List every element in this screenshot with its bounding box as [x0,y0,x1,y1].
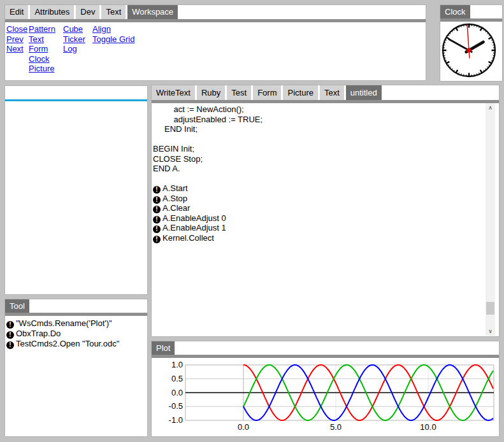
doc-tab-untitled[interactable]: untitled [346,85,382,100]
svg-text:0.0: 0.0 [171,388,183,397]
tab-workspace[interactable]: Workspace [127,5,178,19]
code-text: act := NewAction(); [153,104,244,114]
doc-tab-writetext[interactable]: WriteText [152,85,195,100]
code-line: END A. [153,164,484,174]
tab-tool[interactable]: Tool [5,299,29,313]
code-line: CLOSE Stop; [153,154,484,164]
tool-command-list: !"WsCmds.Rename('Plot')"!ObxTrap.Do!Test… [6,316,146,349]
tab-attributes[interactable]: Attributes [30,5,74,19]
scroll-up-icon[interactable]: ∧ [486,103,495,112]
menu-links: ClosePrevNextPatternTextFormClockPicture… [5,22,426,80]
clock-panel: Clock [440,5,502,81]
commander-icon[interactable]: ! [6,331,14,339]
tool-panel: Tool !"WsCmds.Rename('Plot')"!ObxTrap.Do… [5,299,147,436]
menu-tab-bar: EditAttributesDevTextWorkspace [5,5,426,19]
selection-bar [5,99,147,101]
command-text: Kernel.Collect [162,233,214,243]
code-line: act := NewAction(); [153,104,484,115]
tool-command-text: "WsCmds.Rename('Plot')" [16,318,112,328]
tab-edit[interactable]: Edit [5,5,28,19]
menu-link-form[interactable]: Form [29,44,55,54]
workspace-menu-panel: EditAttributesDevTextWorkspace ClosePrev… [5,5,426,80]
menu-link-log[interactable]: Log [63,44,85,54]
svg-text:5.0: 5.0 [330,422,342,432]
command-line: !A.Stop [153,194,484,204]
commander-icon[interactable]: ! [6,321,14,329]
doc-tab-ruby[interactable]: Ruby [197,85,225,100]
command-line: !A.Clear [153,203,484,213]
menu-link-picture[interactable]: Picture [29,64,55,74]
code-line [153,134,484,145]
menu-link-text[interactable]: Text [29,34,55,45]
tool-command-text: ObxTrap.Do [16,329,61,338]
code-text: END Init; [153,124,198,134]
commander-icon[interactable]: ! [153,225,161,233]
commander-icon[interactable]: ! [153,196,161,204]
tab-dev[interactable]: Dev [76,5,99,19]
svg-text:0.0: 0.0 [238,422,249,432]
empty-document-panel[interactable] [5,86,147,294]
svg-text:-0.5: -0.5 [169,401,183,411]
scroll-down-icon[interactable]: ∨ [486,327,495,336]
menu-link-close[interactable]: Close [6,24,27,34]
menu-link-toggle-grid[interactable]: Toggle Grid [92,34,134,45]
commander-icon[interactable]: ! [153,186,161,194]
svg-text:0.5: 0.5 [171,374,183,383]
command-text: A.Clear [162,203,190,213]
tool-command-line: !TestCmds2.Open "Tour.odc" [6,339,146,349]
menu-link-next[interactable]: Next [6,44,27,54]
menu-link-clock[interactable]: Clock [29,54,55,64]
tab-plot[interactable]: Plot [152,341,175,355]
plot-tab-underline [152,355,499,358]
menu-link-column: PatternTextFormClockPicture [29,24,55,74]
documents-panel: WriteTextRubyTestFormPictureTextuntitled… [152,85,499,336]
doc-tab-text[interactable]: Text [320,85,344,100]
tab-text[interactable]: Text [101,5,126,19]
menu-link-pattern[interactable]: Pattern [29,24,55,34]
command-line: !A.EnableAdjust 0 [153,213,484,224]
tool-command-line: !"WsCmds.Rename('Plot')" [6,318,146,329]
svg-text:10.0: 10.0 [420,422,436,432]
clock-tab-underline [440,18,502,22]
menu-link-ticker[interactable]: Ticker [63,34,85,45]
vertical-scrollbar[interactable]: ∧ ∨ [486,103,495,336]
scrollbar-thumb[interactable] [486,302,494,315]
commander-icon[interactable]: ! [153,216,161,224]
menu-link-column: ClosePrevNext [6,24,27,54]
tool-tab-bar: Tool [5,299,147,313]
svg-text:1.0: 1.0 [171,360,183,369]
document-tab-bar: WriteTextRubyTestFormPictureTextuntitled [152,85,499,100]
code-editor[interactable]: act := NewAction(); adjustEnabled := TRU… [153,103,484,243]
code-text: CLOSE Stop; [153,154,203,164]
commander-icon[interactable]: ! [153,206,161,213]
svg-text:-1.0: -1.0 [169,415,183,425]
plot-panel: 1.00.50.0-0.5-1.00.05.010.0 Plot [152,341,499,436]
analog-clock-face [441,22,497,78]
menu-link-column: AlignToggle Grid [92,24,134,44]
commander-icon[interactable]: ! [6,341,14,349]
command-line: !Kernel.Collect [153,233,484,243]
code-line: END Init; [153,124,484,134]
command-text: A.EnableAdjust 0 [162,213,226,223]
menu-link-cube[interactable]: Cube [63,24,85,34]
commander-icon[interactable]: ! [153,236,161,243]
menu-link-prev[interactable]: Prev [6,34,27,45]
code-text: adjustEnabled := TRUE; [153,115,263,124]
doc-tab-form[interactable]: Form [253,85,281,100]
doc-tab-test[interactable]: Test [227,85,251,100]
code-line: BEGIN Init; [153,144,484,154]
command-line: !A.EnableAdjust 1 [153,223,484,233]
menu-link-align[interactable]: Align [92,24,134,34]
plot-tab-bar: Plot [152,341,499,355]
command-text: A.EnableAdjust 1 [162,223,226,232]
doc-tab-picture[interactable]: Picture [283,85,317,100]
command-text: A.Start [162,183,188,193]
code-line [153,174,484,184]
menu-link-column: CubeTickerLog [63,24,85,54]
command-text: A.Stop [162,194,187,203]
tab-clock[interactable]: Clock [440,5,470,18]
clock-tab-bar: Clock [440,5,502,18]
desktop: { "colors": { "link_blue": "#0b0be0", "s… [0,0,504,442]
command-line: !A.Start [153,183,484,194]
code-text: BEGIN Init; [153,144,194,153]
